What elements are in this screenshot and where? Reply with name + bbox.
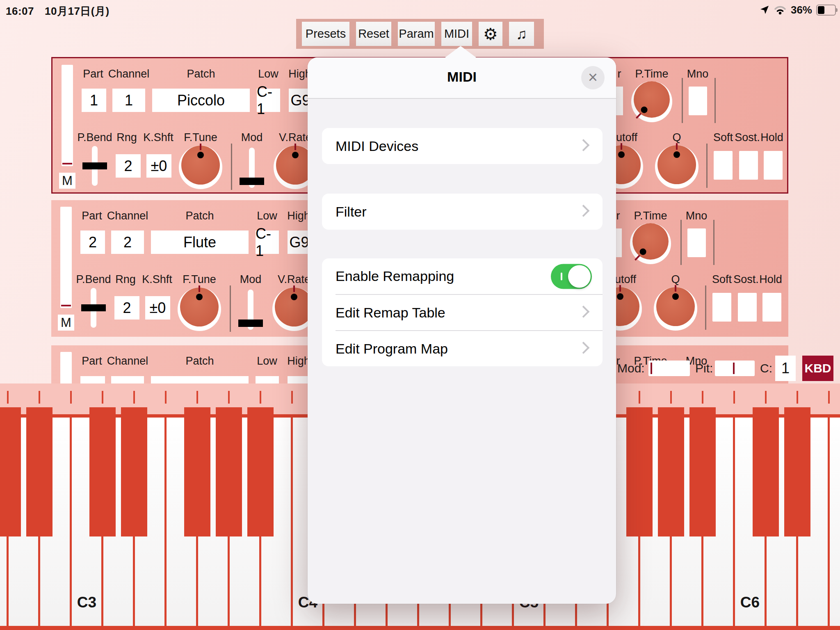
filter-label: Filter <box>336 194 367 230</box>
portamento-time-knob[interactable] <box>630 223 671 264</box>
edit-program-map-row[interactable]: Edit Program Map <box>322 331 603 366</box>
low-key-field[interactable]: C-1 <box>256 231 279 254</box>
octave-label-C3: C3 <box>71 594 103 612</box>
black-key-Fsharp5[interactable] <box>626 407 653 536</box>
ruler-tick <box>733 391 735 404</box>
pitch-bend-slider[interactable] <box>715 361 755 376</box>
sostenuto-checkbox[interactable] <box>738 293 757 322</box>
resonance-q-knob[interactable] <box>654 287 697 331</box>
app-screen: 16:0710月17日(月) 36% Presets Reset Param M… <box>0 0 840 630</box>
ruler-tick <box>702 391 703 404</box>
reset-button[interactable]: Reset <box>356 22 391 46</box>
edit-program-map-label: Edit Program Map <box>336 331 448 366</box>
mod-depth-handle[interactable] <box>238 320 263 327</box>
midi-devices-row[interactable]: MIDI Devices <box>322 128 603 164</box>
part-number-field[interactable]: 2 <box>80 231 105 254</box>
clock: 16:07 <box>6 5 34 17</box>
hold-checkbox[interactable] <box>764 151 783 180</box>
black-key-Gsharp3[interactable] <box>216 407 242 536</box>
volume-slider-handle[interactable] <box>62 163 72 164</box>
mute-button[interactable]: M <box>59 173 75 189</box>
enable-remapping-row[interactable]: Enable Remapping <box>322 258 603 294</box>
channel-value-field[interactable]: 1 <box>775 356 796 381</box>
knob-pointer <box>179 146 222 189</box>
bend-range-field[interactable]: 2 <box>116 154 141 178</box>
mod-depth-handle[interactable] <box>240 178 264 185</box>
portamento-time-knob[interactable] <box>631 81 672 122</box>
fine-tune-knob[interactable] <box>179 146 222 189</box>
wifi-icon <box>774 5 787 15</box>
toggle-on-mark <box>561 272 562 280</box>
patch-field[interactable]: Flute <box>151 231 249 254</box>
hold-checkbox[interactable] <box>762 293 781 322</box>
popover-header: MIDI × <box>308 57 616 98</box>
param-button[interactable]: Param <box>398 22 435 46</box>
volume-slider-handle[interactable] <box>61 305 71 306</box>
knob-pointer <box>655 145 698 189</box>
key-shift-field[interactable]: ±0 <box>146 154 171 178</box>
black-key-Gsharp5[interactable] <box>658 407 684 536</box>
patch-field[interactable]: Piccolo <box>152 89 250 112</box>
mono-checkbox[interactable] <box>689 87 707 115</box>
status-time-date: 16:0710月17日(月) <box>6 4 110 18</box>
settings-gear-icon[interactable]: ⚙ <box>479 22 502 46</box>
low-key-field[interactable] <box>256 376 279 383</box>
enable-remapping-toggle[interactable] <box>551 264 592 289</box>
filter-row[interactable]: Filter <box>322 194 603 230</box>
midi-button[interactable]: MIDI <box>441 22 472 46</box>
patch-field[interactable] <box>151 376 249 383</box>
mod-wheel-slider[interactable] <box>648 361 690 376</box>
divider <box>714 78 716 123</box>
header-separator <box>308 98 616 99</box>
ruler-tick <box>228 391 230 404</box>
pbend-slider-handle[interactable] <box>82 162 107 169</box>
music-note-icon[interactable]: ♫ <box>509 22 534 46</box>
sostenuto-checkbox[interactable] <box>739 151 758 180</box>
presets-button[interactable]: Presets <box>302 22 349 46</box>
popover-title: MIDI <box>308 69 616 85</box>
black-key-Gsharp2[interactable] <box>0 407 21 536</box>
black-key-Dsharp6[interactable] <box>784 407 810 536</box>
low-key-field[interactable]: C-1 <box>257 89 280 112</box>
black-key-Asharp5[interactable] <box>689 407 716 536</box>
midi-devices-label: MIDI Devices <box>336 128 418 164</box>
black-key-Dsharp3[interactable] <box>121 407 147 536</box>
black-key-Fsharp3[interactable] <box>184 407 210 536</box>
part-number-field[interactable] <box>80 376 105 383</box>
channel-field[interactable]: 2 <box>111 231 144 254</box>
soft-pedal-checkbox[interactable] <box>714 151 733 180</box>
divider <box>705 285 706 330</box>
status-icons: 36% <box>760 3 836 16</box>
divider <box>713 220 714 265</box>
channel-label: Channel <box>96 67 162 80</box>
resonance-q-label: Q <box>660 131 693 144</box>
soft-pedal-checkbox[interactable] <box>712 293 731 322</box>
mute-button[interactable]: M <box>58 315 74 331</box>
bend-range-field[interactable]: 2 <box>114 296 139 320</box>
resonance-q-knob[interactable] <box>655 145 698 189</box>
edit-remap-table-row[interactable]: Edit Remap Table <box>322 295 603 330</box>
mono-checkbox[interactable] <box>687 228 706 257</box>
black-key-Asharp3[interactable] <box>247 407 274 536</box>
key-shift-field[interactable]: ±0 <box>145 296 170 320</box>
white-key-F6[interactable] <box>830 418 840 626</box>
toggle-knob <box>568 265 591 288</box>
black-key-Asharp2[interactable] <box>26 407 52 536</box>
fine-tune-knob[interactable] <box>178 288 221 331</box>
chevron-right-icon <box>578 139 590 151</box>
remap-group: Enable Remapping Edit Remap Table Edit P… <box>322 258 603 366</box>
divider <box>680 220 682 265</box>
divider <box>706 144 708 188</box>
black-key-Csharp6[interactable] <box>753 407 779 536</box>
fine-tune-label: F.Tune <box>168 131 233 144</box>
kbd-mode-button[interactable]: KBD <box>802 356 833 381</box>
chevron-right-icon <box>578 342 590 354</box>
pbend-slider-handle[interactable] <box>81 304 106 311</box>
channel-field[interactable] <box>111 376 144 383</box>
close-icon[interactable]: × <box>581 66 605 89</box>
ruler-tick <box>39 391 40 404</box>
hold-label: Hold <box>750 273 788 286</box>
channel-field[interactable]: 1 <box>112 89 145 112</box>
part-number-field[interactable]: 1 <box>82 89 106 112</box>
black-key-Csharp3[interactable] <box>89 407 116 536</box>
